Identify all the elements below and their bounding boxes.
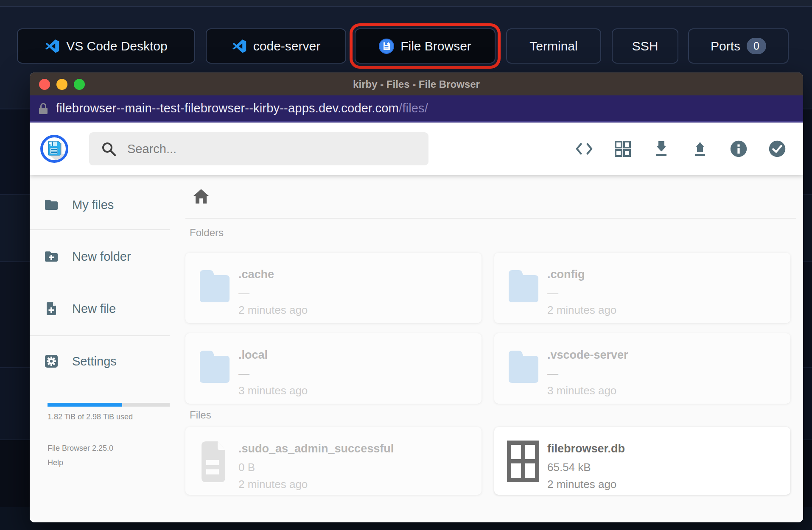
folder-card[interactable]: .vscode-server—3 minutes ago xyxy=(494,333,790,404)
lock-icon xyxy=(38,102,48,115)
item-name: .cache xyxy=(238,268,308,281)
sidebar: My files New folder New file Sett xyxy=(30,175,185,522)
upload-icon[interactable] xyxy=(691,140,709,158)
folders-grid: .cache—2 minutes ago .config—2 minutes a… xyxy=(185,253,790,404)
terminal-button[interactable]: Terminal xyxy=(506,28,601,64)
help-link[interactable]: Help xyxy=(48,458,63,467)
vscode-desktop-label: VS Code Desktop xyxy=(66,39,167,53)
settings-icon xyxy=(44,354,59,369)
item-size: 65.54 kB xyxy=(547,461,625,474)
search-bar[interactable] xyxy=(89,132,428,165)
item-name: .sudo_as_admin_successful xyxy=(238,442,394,455)
close-button[interactable] xyxy=(39,79,50,90)
sidebar-item-label: New file xyxy=(72,302,116,316)
item-size: — xyxy=(238,287,308,300)
browser-window: kirby - Files - File Browser filebrowser… xyxy=(30,73,803,522)
folder-icon xyxy=(506,348,540,388)
storage-usage-text: 1.82 TiB of 2.98 TiB used xyxy=(48,413,133,421)
file-card[interactable]: .sudo_as_admin_successful0 B2 minutes ag… xyxy=(185,427,482,495)
item-modified: 2 minutes ago xyxy=(238,304,308,317)
folder-icon xyxy=(506,267,540,307)
item-modified: 3 minutes ago xyxy=(238,384,308,397)
ports-label: Ports xyxy=(711,39,740,53)
header-toolbar xyxy=(575,123,786,175)
new-folder-icon xyxy=(44,249,59,264)
files-grid: .sudo_as_admin_successful0 B2 minutes ag… xyxy=(185,427,790,495)
item-name: .local xyxy=(238,349,308,362)
vscode-desktop-button[interactable]: VS Code Desktop xyxy=(17,28,195,64)
url-host: filebrowser--main--test-filebrowser--kir… xyxy=(56,101,399,115)
item-modified: 2 minutes ago xyxy=(547,478,625,491)
ssh-button[interactable]: SSH xyxy=(612,28,678,64)
sidebar-item-new-folder[interactable]: New folder xyxy=(44,246,131,267)
grid-view-icon[interactable] xyxy=(614,140,632,158)
new-file-icon xyxy=(44,301,59,316)
code-server-label: code-server xyxy=(253,39,320,53)
search-icon xyxy=(101,141,116,156)
sidebar-item-label: My files xyxy=(72,198,114,212)
document-icon xyxy=(200,440,227,485)
item-name: filebrowser.db xyxy=(547,442,625,455)
item-size: — xyxy=(547,287,616,300)
info-icon[interactable] xyxy=(730,140,748,158)
home-button[interactable] xyxy=(192,188,210,206)
url-bar[interactable]: filebrowser--main--test-filebrowser--kir… xyxy=(30,95,803,123)
folder-card[interactable]: .local—3 minutes ago xyxy=(185,333,482,404)
file-browser-button[interactable]: File Browser xyxy=(355,28,496,64)
storage-usage-bar xyxy=(48,403,170,407)
code-view-icon[interactable] xyxy=(575,140,593,158)
url-text: filebrowser--main--test-filebrowser--kir… xyxy=(56,101,428,115)
file-browser-label: File Browser xyxy=(400,39,471,53)
breadcrumb-divider xyxy=(185,218,796,219)
database-file-icon xyxy=(507,441,539,484)
item-modified: 2 minutes ago xyxy=(547,304,616,317)
storage-usage-fill xyxy=(48,403,122,407)
app-header xyxy=(30,123,803,175)
folder-icon xyxy=(44,197,59,212)
folder-icon xyxy=(197,348,231,388)
search-input[interactable] xyxy=(127,142,417,156)
item-modified: 3 minutes ago xyxy=(547,384,628,397)
ports-button[interactable]: Ports 0 xyxy=(688,28,789,64)
sidebar-item-new-file[interactable]: New file xyxy=(44,298,116,319)
app-logo[interactable] xyxy=(40,135,68,163)
sidebar-item-label: New folder xyxy=(72,250,131,264)
sidebar-divider xyxy=(30,335,170,336)
file-listing: Folders .cache—2 minutes ago .config—2 m… xyxy=(185,175,803,522)
folders-header: Folders xyxy=(190,227,224,239)
minimize-button[interactable] xyxy=(56,79,67,90)
code-server-button[interactable]: code-server xyxy=(206,28,346,64)
window-content: My files New folder New file Sett xyxy=(30,175,803,522)
item-size: 0 B xyxy=(238,461,394,474)
files-header: Files xyxy=(190,409,211,421)
item-size: — xyxy=(547,367,628,380)
filebrowser-icon xyxy=(379,39,394,54)
vscode-icon xyxy=(232,39,247,54)
item-modified: 2 minutes ago xyxy=(238,478,394,491)
window-title: kirby - Files - File Browser xyxy=(353,78,480,90)
item-size: — xyxy=(238,367,308,380)
url-path: /files/ xyxy=(399,101,428,115)
terminal-label: Terminal xyxy=(529,39,577,53)
ports-count-badge: 0 xyxy=(747,38,766,54)
folder-icon xyxy=(197,267,231,307)
ssh-label: SSH xyxy=(632,39,658,53)
window-titlebar: kirby - Files - File Browser xyxy=(30,73,803,95)
item-name: .vscode-server xyxy=(547,349,628,362)
download-icon[interactable] xyxy=(652,140,670,158)
sidebar-divider xyxy=(30,229,170,230)
item-name: .config xyxy=(547,268,616,281)
sidebar-item-settings[interactable]: Settings xyxy=(44,351,117,371)
folder-card[interactable]: .cache—2 minutes ago xyxy=(185,253,482,323)
folder-card[interactable]: .config—2 minutes ago xyxy=(494,253,790,323)
file-card[interactable]: filebrowser.db65.54 kB2 minutes ago xyxy=(494,427,790,495)
sidebar-item-label: Settings xyxy=(72,354,117,368)
vscode-icon xyxy=(45,39,60,54)
sidebar-item-my-files[interactable]: My files xyxy=(44,195,114,215)
app-version: File Browser 2.25.0 xyxy=(48,444,113,453)
maximize-button[interactable] xyxy=(74,79,85,90)
select-icon[interactable] xyxy=(768,140,786,158)
